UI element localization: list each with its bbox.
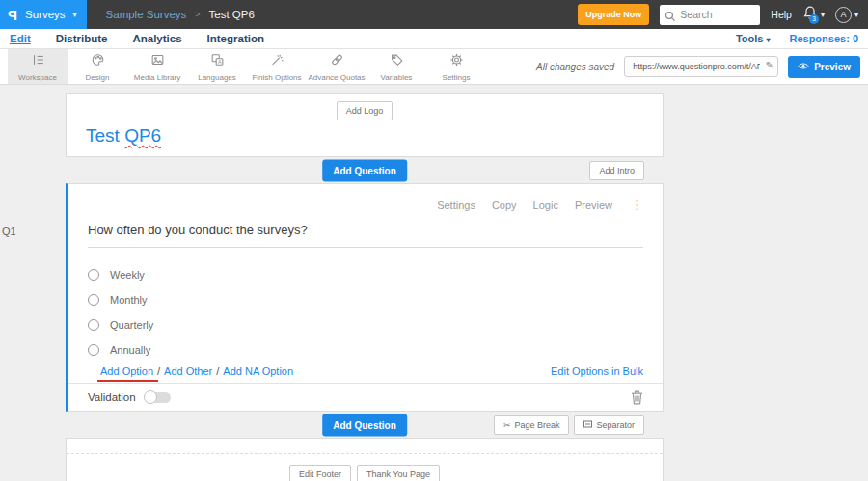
- chevron-down-icon: ▾: [73, 11, 77, 19]
- radio-button[interactable]: [88, 319, 99, 331]
- answer-options: Weekly Monthly Quarterly Annually: [88, 262, 643, 362]
- toolbar-item-languages[interactable]: A Languages: [187, 49, 247, 84]
- tools-menu[interactable]: Tools ▾: [736, 33, 771, 44]
- notification-count-badge: 3: [809, 14, 819, 24]
- breadcrumb-current: Test QP6: [209, 9, 255, 20]
- validation-label: Validation: [88, 391, 136, 403]
- option-row: Monthly: [88, 287, 643, 312]
- survey-editor: Q1 Add Logo Test QP6 Add Question Add In…: [0, 93, 868, 481]
- tab-edit[interactable]: Edit: [10, 33, 31, 44]
- help-link[interactable]: Help: [771, 9, 792, 20]
- avatar: A: [835, 7, 852, 23]
- radio-button[interactable]: [88, 344, 99, 356]
- surveys-menu[interactable]: P Surveys ▾: [0, 0, 87, 29]
- separator-button[interactable]: Separator: [574, 415, 644, 435]
- delete-question-icon[interactable]: [631, 390, 643, 405]
- validation-toggle[interactable]: [144, 391, 171, 403]
- insert-row-top: Add Question Add Intro: [66, 157, 664, 183]
- settings-icon: [448, 52, 465, 71]
- advance-quotas-icon: [329, 52, 345, 71]
- question-text[interactable]: How often do you conduct the surveys?: [88, 223, 643, 248]
- chevron-down-icon: ▾: [766, 36, 770, 44]
- option-links-row: Add Option/Add Other/Add NA Option Edit …: [88, 365, 643, 377]
- add-na-option-link[interactable]: Add NA Option: [223, 365, 293, 377]
- toolbar-item-media-library[interactable]: Media Library: [127, 49, 187, 84]
- toolbar-right: All changes saved ✎ Preview: [536, 49, 868, 84]
- topbar-right: Upgrade Now Help 3 ▾ A ▾: [578, 4, 868, 25]
- scissors-icon: ✂: [503, 420, 511, 430]
- toolbar-item-design[interactable]: Design: [68, 49, 127, 84]
- search-icon: [665, 9, 676, 26]
- thank-you-page-button[interactable]: Thank You Page: [357, 465, 440, 481]
- add-logo-button[interactable]: Add Logo: [337, 101, 393, 120]
- design-icon: [90, 52, 106, 71]
- tab-distribute[interactable]: Distribute: [56, 33, 108, 44]
- question-actions: Settings Copy Logic Preview ⋮: [88, 184, 643, 212]
- breadcrumb-parent[interactable]: Sample Surveys: [106, 9, 187, 20]
- option-label[interactable]: Weekly: [110, 269, 145, 281]
- radio-button[interactable]: [88, 294, 99, 306]
- chevron-down-icon: ▾: [821, 11, 825, 19]
- edit-toolbar: Workspace Design Media Library A Languag…: [0, 49, 868, 85]
- tab-analytics[interactable]: Analytics: [132, 33, 181, 44]
- question-number-label: Q1: [2, 226, 16, 237]
- edit-options-in-bulk-link[interactable]: Edit Options in Bulk: [551, 365, 643, 377]
- variables-icon: [389, 52, 405, 71]
- survey-title[interactable]: Test QP6: [67, 120, 663, 147]
- media-library-icon: [149, 52, 166, 71]
- add-question-button[interactable]: Add Question: [322, 159, 407, 181]
- topbar: P Surveys ▾ Sample Surveys > Test QP6 Up…: [0, 0, 868, 29]
- toolbar-item-finish-options[interactable]: Finish Options: [247, 49, 307, 84]
- question-logic-link[interactable]: Logic: [533, 200, 558, 211]
- breadcrumb: Sample Surveys > Test QP6: [106, 9, 255, 20]
- search-box: [660, 5, 760, 25]
- survey-url-box: ✎: [624, 56, 778, 77]
- finish-options-icon: [269, 52, 285, 71]
- link-separator: /: [157, 365, 160, 377]
- survey-header-card: Add Logo Test QP6: [66, 93, 664, 157]
- edit-footer-button[interactable]: Edit Footer: [289, 465, 351, 481]
- questionpro-logo-icon: P: [8, 7, 17, 23]
- languages-icon: A: [209, 52, 226, 71]
- question-footer: Validation: [68, 383, 663, 411]
- tab-integration[interactable]: Integration: [207, 33, 264, 44]
- radio-button[interactable]: [88, 269, 99, 281]
- chevron-down-icon: ▾: [854, 11, 858, 19]
- workspace-icon: [30, 52, 46, 71]
- add-option-link[interactable]: Add Option: [100, 365, 153, 377]
- notifications-menu[interactable]: 3 ▾: [802, 5, 825, 25]
- survey-nav: Edit Distribute Analytics Integration To…: [0, 29, 868, 49]
- toolbar-item-variables[interactable]: Variables: [366, 49, 426, 84]
- add-intro-button[interactable]: Add Intro: [589, 161, 644, 180]
- subnav-right: Tools ▾ Responses: 0: [736, 33, 858, 44]
- survey-title-spellcheck: QP6: [124, 125, 161, 146]
- option-label[interactable]: Monthly: [110, 294, 148, 306]
- page-break-button[interactable]: ✂ Page Break: [494, 415, 570, 435]
- more-options-icon[interactable]: ⋮: [631, 198, 643, 212]
- option-row: Quarterly: [88, 312, 643, 337]
- toolbar-item-advance-quotas[interactable]: Advance Quotas: [307, 49, 366, 84]
- breadcrumb-separator-icon: >: [195, 10, 200, 19]
- edit-url-icon[interactable]: ✎: [766, 60, 773, 70]
- question-preview-link[interactable]: Preview: [575, 200, 612, 211]
- upgrade-now-button[interactable]: Upgrade Now: [578, 4, 649, 25]
- svg-text:A: A: [218, 58, 222, 64]
- toolbar-item-settings[interactable]: Settings: [426, 49, 486, 84]
- question-settings-link[interactable]: Settings: [437, 200, 475, 211]
- responses-count[interactable]: Responses: 0: [789, 33, 858, 44]
- option-label[interactable]: Quarterly: [110, 319, 153, 331]
- preview-button[interactable]: Preview: [788, 56, 860, 78]
- option-label[interactable]: Annually: [110, 344, 150, 356]
- survey-url-input[interactable]: [624, 56, 778, 77]
- eye-icon: [798, 62, 809, 72]
- toolbar-item-workspace[interactable]: Workspace: [8, 49, 68, 84]
- add-other-link[interactable]: Add Other: [164, 365, 212, 377]
- separator-icon: [583, 420, 592, 430]
- insert-row-bottom: Add Question ✂ Page Break Separator: [66, 412, 664, 438]
- question-copy-link[interactable]: Copy: [492, 200, 517, 211]
- survey-footer-card: Edit Footer Thank You Page: [66, 438, 664, 481]
- account-menu[interactable]: A ▾: [835, 7, 858, 23]
- app-menu-label: Surveys: [25, 9, 66, 20]
- option-row: Weekly: [88, 262, 643, 287]
- add-question-button[interactable]: Add Question: [322, 414, 407, 436]
